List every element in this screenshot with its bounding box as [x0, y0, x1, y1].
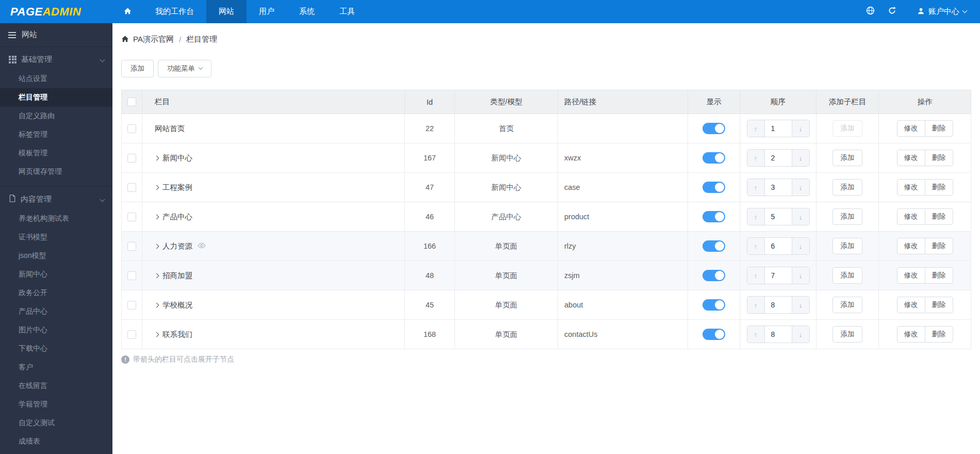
function-menu-button[interactable]: 功能菜单	[158, 60, 211, 77]
sidebar-item[interactable]: 图片中心	[0, 321, 112, 339]
sidebar-item[interactable]: 网页缓存管理	[0, 163, 112, 181]
order-up-button[interactable]: ↑	[747, 120, 765, 137]
edit-button[interactable]: 修改	[897, 238, 925, 254]
edit-button[interactable]: 修改	[897, 150, 925, 166]
order-down-button[interactable]: ↓	[792, 238, 809, 254]
sidebar-section-header[interactable]: 基础管理	[0, 49, 112, 70]
order-input[interactable]	[765, 179, 792, 196]
expand-chevron-icon[interactable]	[154, 185, 159, 190]
sidebar-item[interactable]: 站点设置	[0, 70, 112, 88]
visibility-toggle[interactable]	[703, 123, 725, 134]
order-down-button[interactable]: ↓	[792, 208, 809, 225]
row-checkbox[interactable]	[127, 183, 136, 192]
edit-button[interactable]: 修改	[897, 179, 925, 196]
expand-chevron-icon[interactable]	[154, 273, 159, 278]
topbar-menu-item[interactable]: 我的工作台	[143, 0, 206, 23]
order-down-button[interactable]: ↓	[792, 179, 809, 196]
order-input[interactable]	[765, 150, 792, 166]
expand-chevron-icon[interactable]	[154, 244, 159, 249]
add-button[interactable]: 添加	[121, 60, 154, 77]
add-child-button[interactable]: 添加	[832, 267, 862, 284]
edit-button[interactable]: 修改	[897, 326, 925, 343]
delete-button[interactable]: 删除	[925, 120, 953, 137]
visibility-toggle[interactable]	[703, 299, 725, 311]
edit-button[interactable]: 修改	[897, 297, 925, 313]
sidebar-item[interactable]: json模型	[0, 247, 112, 265]
order-down-button[interactable]: ↓	[792, 297, 809, 313]
visibility-toggle[interactable]	[703, 211, 725, 222]
order-up-button[interactable]: ↑	[747, 326, 765, 343]
sidebar-item[interactable]: 客户	[0, 358, 112, 377]
sidebar-item[interactable]: 养老机构测试表	[0, 209, 112, 228]
order-down-button[interactable]: ↓	[792, 267, 809, 284]
order-input[interactable]	[765, 326, 792, 343]
order-input[interactable]	[765, 297, 792, 313]
sidebar-item[interactable]: 自定义路由	[0, 107, 112, 125]
expand-chevron-icon[interactable]	[154, 155, 159, 160]
delete-button[interactable]: 删除	[925, 238, 953, 254]
refresh-button[interactable]	[881, 6, 903, 17]
visibility-toggle[interactable]	[703, 329, 725, 340]
account-menu[interactable]: 账户中心	[917, 7, 967, 17]
expand-chevron-icon[interactable]	[154, 302, 159, 307]
sidebar-item[interactable]: 新闻中心	[0, 265, 112, 284]
row-checkbox[interactable]	[127, 271, 136, 280]
row-checkbox[interactable]	[127, 124, 136, 133]
order-input[interactable]	[765, 120, 792, 137]
sidebar-item[interactable]: 产品中心	[0, 302, 112, 321]
row-checkbox[interactable]	[127, 154, 136, 163]
add-child-button[interactable]: 添加	[832, 208, 862, 225]
edit-button[interactable]: 修改	[897, 208, 925, 225]
order-input[interactable]	[765, 238, 792, 254]
topbar-home-tab[interactable]	[112, 0, 143, 23]
order-down-button[interactable]: ↓	[792, 326, 809, 343]
edit-button[interactable]: 修改	[897, 120, 925, 137]
delete-button[interactable]: 删除	[925, 179, 953, 196]
sidebar-item[interactable]: 下载中心	[0, 339, 112, 358]
select-all-checkbox[interactable]	[127, 98, 136, 106]
sidebar-item[interactable]: 政务公开	[0, 284, 112, 302]
add-child-button[interactable]: 添加	[832, 238, 862, 254]
sidebar-item[interactable]: 自定义测试	[0, 414, 112, 432]
delete-button[interactable]: 删除	[925, 208, 953, 225]
expand-chevron-icon[interactable]	[154, 214, 159, 219]
add-child-button[interactable]: 添加	[832, 297, 862, 313]
row-checkbox[interactable]	[127, 213, 136, 221]
order-up-button[interactable]: ↑	[747, 297, 765, 313]
delete-button[interactable]: 删除	[925, 267, 953, 284]
order-up-button[interactable]: ↑	[747, 150, 765, 166]
add-child-button[interactable]: 添加	[832, 150, 862, 166]
add-child-button[interactable]: 添加	[832, 179, 862, 196]
row-checkbox[interactable]	[127, 330, 136, 339]
sidebar-item[interactable]: 模板管理	[0, 144, 112, 163]
order-up-button[interactable]: ↑	[747, 179, 765, 196]
sidebar-item[interactable]: 证书模型	[0, 228, 112, 247]
delete-button[interactable]: 删除	[925, 297, 953, 313]
visibility-toggle[interactable]	[703, 182, 725, 193]
order-down-button[interactable]: ↓	[792, 120, 809, 137]
expand-chevron-icon[interactable]	[154, 332, 159, 337]
order-up-button[interactable]: ↑	[747, 238, 765, 254]
row-checkbox[interactable]	[127, 242, 136, 251]
edit-button[interactable]: 修改	[897, 267, 925, 284]
add-child-button[interactable]: 添加	[832, 326, 862, 343]
visibility-toggle[interactable]	[703, 270, 725, 281]
order-input[interactable]	[765, 208, 792, 225]
topbar-menu-item[interactable]: 网站	[206, 0, 247, 23]
language-globe-button[interactable]	[859, 6, 881, 17]
sidebar-item[interactable]: 在线留言	[0, 377, 112, 395]
topbar-menu-item[interactable]: 系统	[287, 0, 327, 23]
sidebar-item[interactable]: 成绩表	[0, 432, 112, 451]
visibility-toggle[interactable]	[703, 152, 725, 164]
sidebar-item[interactable]: 标签管理	[0, 125, 112, 144]
topbar-menu-item[interactable]: 工具	[327, 0, 367, 23]
order-input[interactable]	[765, 267, 792, 284]
row-checkbox[interactable]	[127, 301, 136, 310]
order-up-button[interactable]: ↑	[747, 267, 765, 284]
sidebar-item[interactable]: 学籍管理	[0, 395, 112, 414]
topbar-menu-item[interactable]: 用户	[247, 0, 287, 23]
order-up-button[interactable]: ↑	[747, 208, 765, 225]
add-child-button[interactable]: 添加	[832, 120, 862, 137]
delete-button[interactable]: 删除	[925, 150, 953, 166]
sidebar-section-header[interactable]: 内容管理	[0, 189, 112, 209]
